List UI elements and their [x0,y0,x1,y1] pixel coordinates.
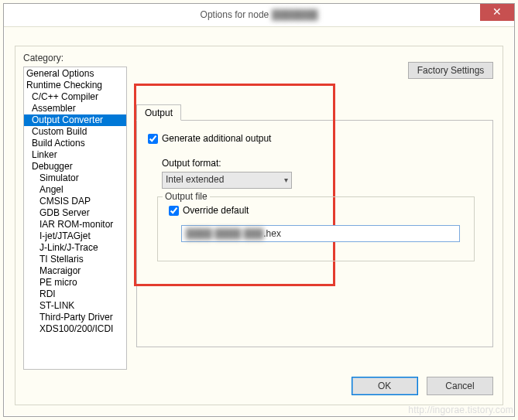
category-item[interactable]: Runtime Checking [24,80,126,91]
output-format-value: Intel extended [166,174,224,185]
category-item[interactable]: Custom Build [24,126,126,138]
category-item[interactable]: PE micro [24,277,126,289]
category-item[interactable]: TI Stellaris [24,254,126,265]
category-item[interactable]: C/C++ Compiler [24,91,126,103]
override-default-input[interactable] [169,206,179,216]
window-frame: Options for node ███████ ✕ Category: Gen… [3,3,515,417]
output-file-legend: Output file [163,191,210,202]
tab-panel-output: Generate additional output Output format… [136,120,493,347]
chevron-down-icon: ▾ [284,176,288,184]
category-item[interactable]: General Options [24,68,126,80]
category-item[interactable]: Simulator [24,172,126,184]
category-item[interactable]: J-Link/J-Trace [24,242,126,254]
titlebar: Options for node ███████ ✕ [4,4,514,27]
category-item[interactable]: Output Converter [24,114,126,126]
category-item[interactable]: IAR ROM-monitor [24,219,126,230]
override-default-label: Override default [183,205,249,216]
cancel-button[interactable]: Cancel [427,377,493,395]
window-title: Options for node ███████ [201,9,318,20]
generate-output-label: Generate additional output [162,133,271,144]
tab-output[interactable]: Output [136,104,181,121]
category-label: Category: [23,53,63,63]
dialog-body: Category: General OptionsRuntime Checkin… [15,46,503,405]
generate-output-checkbox[interactable]: Generate additional output [148,133,271,144]
generate-output-input[interactable] [148,134,158,144]
category-item[interactable]: Macraigor [24,265,126,277]
category-item[interactable]: ST-LINK [24,300,126,312]
category-item[interactable]: Third-Party Driver [24,312,126,323]
output-file-input[interactable]: ████ ████ ███.hex [181,225,460,242]
category-item[interactable]: I-jet/JTAGjet [24,230,126,242]
tab-area: Output Generate additional output Output… [136,104,493,347]
category-item[interactable]: CMSIS DAP [24,196,126,207]
override-default-checkbox[interactable]: Override default [169,205,249,216]
ok-button[interactable]: OK [352,377,418,395]
category-item[interactable]: GDB Server [24,207,126,219]
category-item[interactable]: RDI [24,289,126,300]
tab-header: Output [136,104,493,120]
category-item[interactable]: Debugger [24,161,126,172]
factory-settings-button[interactable]: Factory Settings [408,62,493,79]
category-item[interactable]: XDS100/200/ICDI [24,323,126,335]
category-item[interactable]: Linker [24,149,126,161]
close-button[interactable]: ✕ [480,4,514,21]
output-format-select[interactable]: Intel extended ▾ [162,172,292,189]
category-item[interactable]: Angel [24,184,126,196]
output-format-label: Output format: [162,158,221,169]
dialog-buttons: OK Cancel [345,377,493,395]
output-file-group: Output file Override default ████ ████ █… [157,196,475,261]
category-item[interactable]: Build Actions [24,138,126,149]
category-item[interactable]: Assembler [24,103,126,114]
category-list[interactable]: General OptionsRuntime CheckingC/C++ Com… [23,67,127,370]
